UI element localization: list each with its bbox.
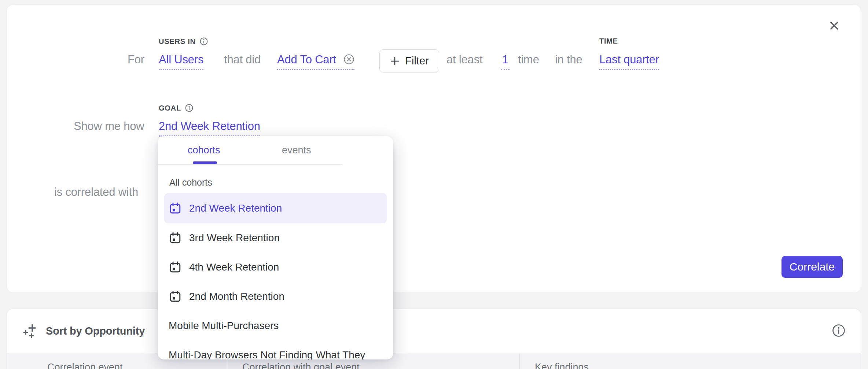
list-item-cohort[interactable]: Mobile Multi-Purchasers bbox=[164, 311, 387, 340]
event-value: Add To Cart bbox=[277, 53, 336, 66]
tab-events[interactable]: events bbox=[250, 136, 343, 164]
sparkle-plus-icon bbox=[22, 322, 40, 340]
list-item-cohort[interactable]: Multi-Day Browsers Not Finding What They bbox=[164, 340, 387, 359]
query-builder-card: USERS IN For All Users that did Add To C… bbox=[7, 4, 861, 293]
show-me-how-label: Show me how bbox=[74, 119, 144, 133]
list-item-cohort[interactable]: 2nd Month Retention bbox=[164, 282, 387, 311]
add-filter-button[interactable]: Filter bbox=[379, 49, 439, 72]
segment-selector[interactable]: All Users bbox=[159, 53, 203, 70]
sort-by-opportunity-button[interactable]: Sort by Opportunity bbox=[19, 321, 147, 340]
for-label: For bbox=[128, 53, 144, 67]
time-unit-label: time bbox=[518, 53, 539, 67]
cohort-section-label: All cohorts bbox=[169, 177, 212, 188]
remove-event-icon[interactable] bbox=[343, 54, 354, 65]
times-count-selector[interactable]: 1 bbox=[501, 53, 510, 70]
close-icon bbox=[828, 19, 841, 32]
list-item-cohort[interactable]: 3rd Week Retention bbox=[164, 223, 387, 253]
info-icon[interactable] bbox=[185, 104, 194, 112]
time-range-selector[interactable]: Last quarter bbox=[599, 53, 659, 70]
time-label: TIME bbox=[599, 37, 618, 45]
list-item-label: Multi-Day Browsers Not Finding What They bbox=[169, 349, 365, 359]
list-item-label: 2nd Month Retention bbox=[189, 291, 284, 302]
goal-selector[interactable]: 2nd Week Retention bbox=[159, 119, 260, 137]
time-section-label: TIME bbox=[599, 37, 618, 45]
tab-cohorts[interactable]: cohorts bbox=[158, 136, 250, 164]
column-header-key-findings: Key findings bbox=[535, 362, 589, 369]
column-header-correlation-event: Correlation event bbox=[47, 362, 123, 369]
list-item-cohort[interactable]: 2nd Week Retention bbox=[164, 193, 387, 223]
results-toolbar: Sort by Opportunity bbox=[7, 309, 861, 353]
calendar-icon bbox=[169, 202, 182, 215]
that-did-label: that did bbox=[224, 53, 261, 67]
list-item-label: 2nd Week Retention bbox=[189, 202, 282, 214]
dropdown-tabs: cohorts events bbox=[158, 136, 343, 165]
goal-label: GOAL bbox=[159, 104, 181, 112]
close-button[interactable] bbox=[828, 19, 841, 32]
list-item-label: 4th Week Retention bbox=[189, 261, 279, 273]
event-selector[interactable]: Add To Cart bbox=[277, 53, 354, 70]
plus-icon bbox=[390, 56, 400, 66]
goal-picker-dropdown: cohorts events All cohorts 2nd Week Rete… bbox=[158, 136, 393, 359]
at-least-label: at least bbox=[446, 53, 482, 67]
column-divider bbox=[519, 353, 520, 369]
is-correlated-with-label: is correlated with bbox=[54, 185, 138, 199]
info-icon bbox=[832, 324, 846, 338]
filter-button-label: Filter bbox=[405, 55, 429, 67]
correlation-query-page: USERS IN For All Users that did Add To C… bbox=[0, 0, 868, 369]
column-header-correlation-with-goal-event: Correlation with goal event bbox=[242, 362, 360, 369]
users-in-label: USERS IN bbox=[159, 37, 196, 46]
results-card: Sort by Opportunity Correlation event Co… bbox=[7, 309, 861, 369]
list-item-label: 3rd Week Retention bbox=[189, 232, 280, 244]
goal-section-label: GOAL bbox=[159, 104, 194, 112]
list-item-cohort[interactable]: 4th Week Retention bbox=[164, 253, 387, 282]
correlate-button[interactable]: Correlate bbox=[781, 256, 843, 278]
active-tab-indicator bbox=[193, 161, 217, 164]
info-icon[interactable] bbox=[199, 37, 208, 46]
list-item-label: Mobile Multi-Purchasers bbox=[169, 320, 279, 332]
calendar-icon bbox=[169, 231, 182, 245]
users-in-section-label: USERS IN bbox=[159, 37, 208, 46]
results-info-button[interactable] bbox=[832, 324, 846, 338]
calendar-icon bbox=[169, 261, 182, 274]
sort-button-label: Sort by Opportunity bbox=[46, 325, 145, 337]
results-header-row: Correlation event Correlation with goal … bbox=[7, 353, 861, 369]
calendar-icon bbox=[169, 290, 182, 303]
in-the-label: in the bbox=[555, 53, 582, 67]
